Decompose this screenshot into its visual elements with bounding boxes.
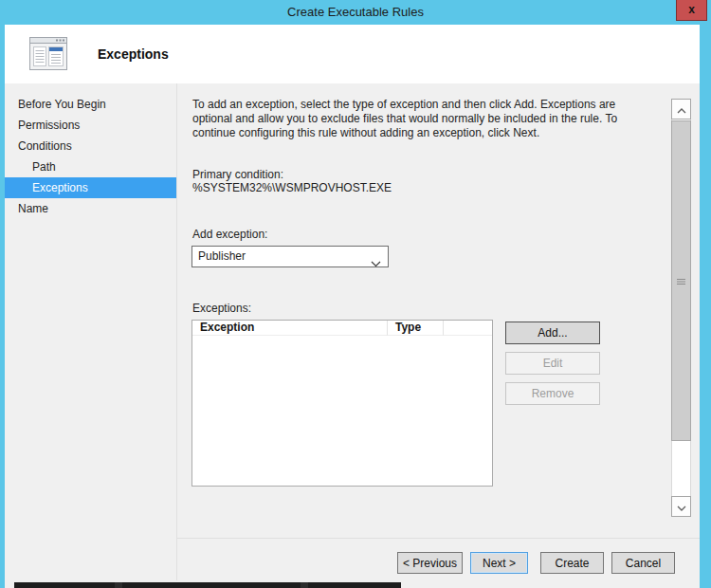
exceptions-list-label: Exceptions:	[192, 302, 251, 315]
add-exception-label: Add exception:	[192, 228, 267, 241]
remove-button[interactable]: Remove	[505, 382, 600, 405]
intro-text: To add an exception, select the type of …	[192, 98, 649, 140]
close-button[interactable]: x	[676, 0, 707, 21]
add-button[interactable]: Add...	[505, 322, 600, 344]
scrollbar-thumb[interactable]	[671, 120, 691, 441]
sidebar-item-exceptions[interactable]: Exceptions	[5, 177, 176, 198]
next-button[interactable]: Next >	[470, 552, 528, 574]
exception-type-selected-value: Publisher	[198, 249, 246, 263]
window-title: Create Executable Rules	[0, 0, 711, 25]
wizard-steps-sidebar: Before You Begin Permissions Conditions …	[5, 94, 176, 219]
window-border-right	[700, 25, 711, 588]
vertical-scrollbar[interactable]	[671, 99, 691, 517]
edit-button[interactable]: Edit	[505, 352, 600, 375]
sidebar-item-name[interactable]: Name	[5, 198, 176, 219]
wizard-page-icon	[29, 37, 67, 75]
column-header-spacer	[444, 321, 492, 336]
sidebar-item-before-you-begin[interactable]: Before You Begin	[5, 94, 176, 115]
sidebar-content-divider	[176, 83, 177, 580]
footer-divider	[177, 538, 700, 539]
create-button[interactable]: Create	[540, 552, 604, 574]
exception-type-select[interactable]: Publisher	[191, 246, 389, 267]
column-header-type[interactable]: Type	[388, 321, 444, 336]
previous-button[interactable]: < Previous	[397, 552, 463, 574]
chevron-down-icon	[371, 254, 381, 274]
primary-condition-value: %SYSTEM32%\WSMPROVHOST.EXE	[192, 181, 392, 194]
close-icon: x	[688, 3, 695, 16]
chevron-down-icon	[677, 498, 686, 515]
wizard-header: Exceptions	[5, 25, 700, 83]
background-window-edge	[14, 582, 401, 588]
exceptions-list[interactable]: Exception Type	[191, 320, 493, 487]
exceptions-list-header: Exception Type	[192, 321, 492, 336]
column-header-exception[interactable]: Exception	[192, 321, 388, 336]
grip-lines-icon	[677, 272, 685, 289]
page-title: Exceptions	[98, 46, 169, 62]
chevron-up-icon	[677, 101, 686, 118]
scroll-down-button[interactable]	[671, 496, 691, 517]
sidebar-item-conditions[interactable]: Conditions	[5, 136, 176, 156]
primary-condition-label: Primary condition:	[192, 168, 283, 181]
scroll-up-button[interactable]	[671, 99, 691, 119]
cancel-button[interactable]: Cancel	[611, 552, 675, 574]
sidebar-item-path[interactable]: Path	[5, 156, 176, 177]
titlebar: Create Executable Rules	[0, 0, 711, 25]
sidebar-item-permissions[interactable]: Permissions	[5, 115, 176, 136]
